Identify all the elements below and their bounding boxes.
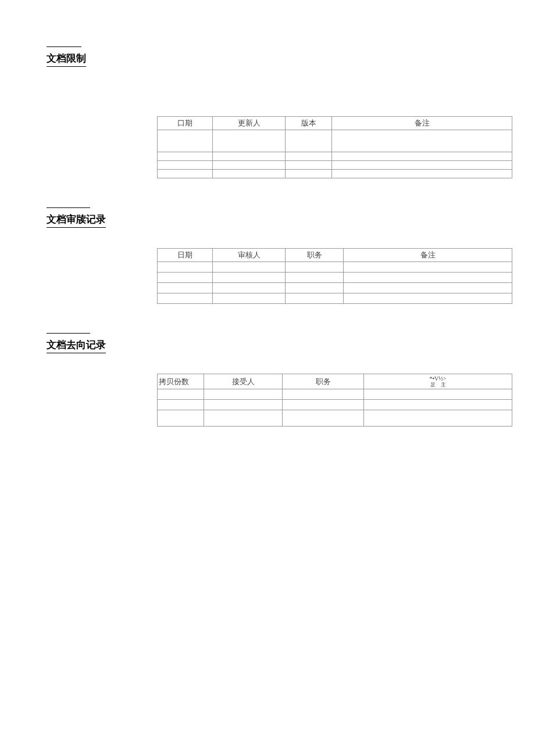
table-row bbox=[158, 262, 512, 273]
col-recipient: 接受人 bbox=[204, 374, 283, 389]
section-divider bbox=[47, 207, 90, 208]
table-header-row: 拷贝份数 接受人 职务 *•V½> 足ゝ主 bbox=[158, 374, 512, 389]
section-document-distribution: 文档去向记录 拷贝份数 接受人 职务 *•V½> 足ゝ主 bbox=[47, 333, 488, 427]
col-version: 版本 bbox=[286, 117, 332, 130]
table-restriction: 口期 更新人 版本 备注 bbox=[157, 116, 512, 178]
col-date: 日期 bbox=[158, 249, 213, 262]
table-row bbox=[158, 293, 512, 304]
table-row bbox=[158, 152, 512, 161]
table-row bbox=[158, 273, 512, 283]
col-updater: 更新人 bbox=[213, 117, 286, 130]
col-reviewer: 审核人 bbox=[213, 249, 286, 262]
col-remark: *•V½> 足ゝ主 bbox=[364, 374, 512, 389]
section-divider bbox=[47, 333, 90, 334]
table-row bbox=[158, 283, 512, 293]
section-document-restriction: 文档限制 口期 更新人 版本 备注 bbox=[47, 46, 488, 178]
table-header-row: 日期 审核人 职务 备注 bbox=[158, 249, 512, 262]
table-review: 日期 审核人 职务 备注 bbox=[157, 248, 512, 304]
table-row bbox=[158, 389, 512, 400]
section-title-distribution: 文档去向记录 bbox=[47, 338, 106, 353]
col-position: 职务 bbox=[283, 374, 364, 389]
table-row bbox=[158, 170, 512, 178]
col-remark: 备注 bbox=[332, 117, 512, 130]
table-row bbox=[158, 161, 512, 170]
col-copies: 拷贝份数 bbox=[158, 374, 204, 389]
header-note-1: *•V½> bbox=[366, 375, 509, 382]
table-row bbox=[158, 130, 512, 152]
table-distribution: 拷贝份数 接受人 职务 *•V½> 足ゝ主 bbox=[157, 374, 512, 427]
col-date: 口期 bbox=[158, 117, 213, 130]
header-note-2: 足ゝ主 bbox=[366, 382, 509, 388]
section-title-restriction: 文档限制 bbox=[47, 52, 86, 67]
section-divider bbox=[47, 46, 81, 47]
table-row bbox=[158, 410, 512, 427]
col-remark: 备注 bbox=[344, 249, 512, 262]
table-row bbox=[158, 400, 512, 410]
table-header-row: 口期 更新人 版本 备注 bbox=[158, 117, 512, 130]
col-position: 职务 bbox=[286, 249, 344, 262]
section-title-review: 文档审牍记录 bbox=[47, 213, 106, 228]
section-document-review: 文档审牍记录 日期 审核人 职务 备注 bbox=[47, 207, 488, 304]
